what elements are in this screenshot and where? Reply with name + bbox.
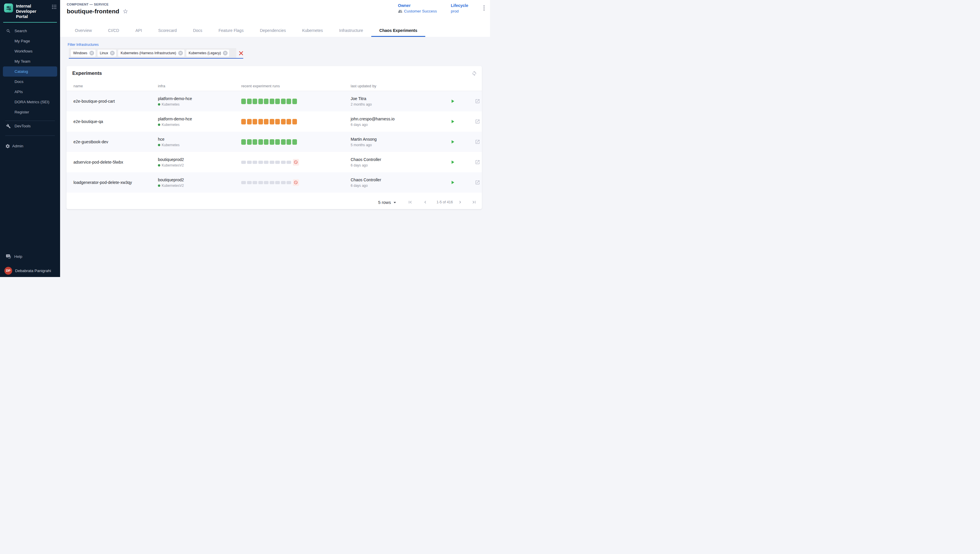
tab-api[interactable]: API [127, 24, 150, 37]
run-status-square[interactable] [281, 181, 286, 184]
filter-infrastructures-label[interactable]: Filter Infrastructures [68, 43, 99, 47]
open-experiment-button[interactable] [475, 99, 480, 104]
run-status-square[interactable] [247, 139, 252, 145]
last-page-button[interactable] [470, 198, 478, 206]
sidebar-item-docs[interactable]: Docs [3, 76, 57, 87]
open-experiment-button[interactable] [475, 139, 480, 145]
sidebar-item-my-team[interactable]: My Team [3, 56, 57, 67]
run-status-square[interactable] [264, 181, 268, 184]
clear-filters-button[interactable] [239, 51, 243, 56]
chip-remove-button[interactable] [223, 51, 228, 56]
sidebar-item-apis[interactable]: APIs [3, 87, 57, 97]
run-experiment-button[interactable] [450, 119, 455, 124]
run-status-square[interactable] [275, 161, 280, 164]
run-status-square[interactable] [259, 181, 263, 184]
run-status-square[interactable] [241, 161, 246, 164]
run-status-square[interactable] [264, 119, 268, 124]
sidebar-item-devtools[interactable]: DevTools [3, 121, 57, 131]
run-experiment-button[interactable] [450, 159, 455, 165]
run-status-square[interactable] [252, 99, 257, 104]
run-status-square[interactable] [281, 99, 286, 104]
rows-per-page-select[interactable]: 5 rows [378, 200, 396, 205]
sidebar-item-catalog[interactable]: Catalog [3, 67, 57, 76]
run-status-square[interactable] [264, 161, 268, 164]
run-status-square[interactable] [270, 161, 275, 164]
previous-page-button[interactable] [421, 198, 429, 206]
run-experiment-button[interactable] [450, 98, 455, 104]
run-status-square[interactable] [287, 119, 291, 124]
run-status-square[interactable] [270, 139, 275, 145]
tab-ci-cd[interactable]: CI/CD [100, 24, 127, 37]
user-menu[interactable]: DP Debabrata Panigrahi [3, 266, 57, 275]
sidebar-item-workflows[interactable]: Workflows [3, 46, 57, 56]
tab-infrastructure[interactable]: Infrastructure [331, 24, 371, 37]
tab-scorecard[interactable]: Scorecard [150, 24, 185, 37]
run-status-square[interactable] [241, 99, 246, 104]
run-status-square[interactable] [275, 139, 280, 145]
run-status-square[interactable] [247, 99, 252, 104]
next-page-button[interactable] [456, 198, 464, 206]
chip-remove-button[interactable] [178, 51, 183, 56]
run-status-square[interactable] [275, 181, 280, 184]
run-status-square[interactable] [281, 119, 286, 124]
run-status-square[interactable] [259, 139, 263, 145]
app-grid-icon[interactable] [52, 4, 57, 10]
owner-link[interactable]: Customer Success [398, 9, 437, 13]
tab-kubernetes[interactable]: Kubernetes [294, 24, 331, 37]
sidebar-item-register[interactable]: Register [3, 107, 57, 117]
run-status-square[interactable] [270, 99, 275, 104]
run-status-square[interactable] [259, 119, 263, 124]
run-status-square[interactable] [281, 139, 286, 145]
open-experiment-button[interactable] [475, 180, 480, 185]
run-status-square[interactable] [287, 139, 291, 145]
run-status-square[interactable] [292, 119, 297, 124]
kebab-menu-icon[interactable] [482, 5, 486, 13]
run-status-square[interactable] [287, 181, 291, 184]
open-experiment-button[interactable] [475, 119, 480, 124]
run-status-square[interactable] [281, 161, 286, 164]
run-status-square[interactable] [292, 139, 297, 145]
run-status-square[interactable] [252, 181, 257, 184]
run-status-square[interactable] [241, 181, 246, 184]
run-status-square[interactable] [247, 119, 252, 124]
first-page-button[interactable] [406, 198, 414, 206]
run-status-square[interactable] [259, 161, 263, 164]
run-experiment-button[interactable] [450, 180, 455, 185]
run-status-square[interactable] [252, 139, 257, 145]
run-status-square[interactable] [292, 99, 297, 104]
infrastructure-filter-input[interactable]: WindowsLinuxKubernetes (Harness Infrastr… [69, 48, 243, 59]
tab-chaos-experiments[interactable]: Chaos Experiments [371, 24, 426, 37]
tab-dependencies[interactable]: Dependencies [252, 24, 294, 37]
open-experiment-button[interactable] [475, 159, 480, 165]
updated-at: 6 days ago [351, 184, 450, 188]
sidebar-item-my-page[interactable]: My Page [3, 36, 57, 46]
run-status-square[interactable] [264, 99, 268, 104]
run-status-square[interactable] [247, 161, 252, 164]
sidebar-item-dora-metrics-sei[interactable]: DORA Metrics (SEI) [3, 97, 57, 107]
tab-overview[interactable]: Overview [67, 24, 100, 37]
sidebar-item-help[interactable]: ? Help [3, 252, 57, 262]
sidebar-item-search[interactable]: Search [3, 26, 57, 36]
run-status-square[interactable] [247, 181, 252, 184]
run-status-square[interactable] [275, 99, 280, 104]
run-status-square[interactable] [252, 119, 257, 124]
run-status-square[interactable] [270, 119, 275, 124]
run-status-square[interactable] [241, 139, 246, 145]
run-status-square[interactable] [264, 139, 268, 145]
run-experiment-button[interactable] [450, 139, 455, 145]
run-status-square[interactable] [270, 181, 275, 184]
run-status-square[interactable] [275, 119, 280, 124]
run-status-square[interactable] [241, 119, 246, 124]
favorite-star-icon[interactable] [123, 8, 128, 14]
refresh-icon[interactable] [472, 71, 477, 76]
tab-docs[interactable]: Docs [185, 24, 211, 37]
run-status-square[interactable] [252, 161, 257, 164]
chip-remove-button[interactable] [89, 51, 94, 56]
sidebar-item-admin[interactable]: Admin [3, 141, 57, 151]
run-status-square[interactable] [287, 99, 291, 104]
run-status-square[interactable] [287, 161, 291, 164]
chip-remove-button[interactable] [110, 51, 115, 56]
tab-feature-flags[interactable]: Feature Flags [211, 24, 252, 37]
chevron-down-icon [394, 202, 396, 203]
run-status-square[interactable] [259, 99, 263, 104]
